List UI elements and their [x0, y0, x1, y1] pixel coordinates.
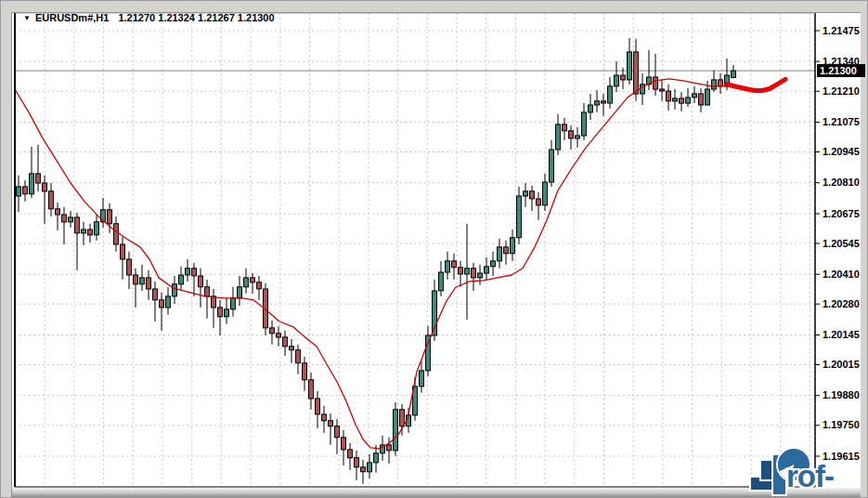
candle	[693, 86, 697, 103]
candle	[88, 224, 93, 242]
candle	[160, 293, 164, 331]
symbol-dropdown-icon[interactable]: ▼	[23, 14, 31, 22]
candle	[699, 88, 704, 112]
candle-body	[719, 80, 723, 86]
candle-body	[296, 350, 301, 363]
candle-body	[316, 399, 320, 414]
candle	[140, 265, 145, 291]
candle	[576, 127, 580, 148]
candle-body	[582, 112, 587, 136]
candle-body	[283, 337, 288, 347]
candle-body	[62, 215, 67, 222]
candle-body	[446, 261, 450, 272]
candle	[550, 140, 554, 187]
candle-body	[569, 131, 574, 138]
candle-body	[712, 80, 717, 89]
candle-body	[329, 421, 333, 426]
candle	[231, 287, 236, 317]
candle-body	[680, 98, 684, 103]
candle	[374, 445, 379, 473]
candle	[238, 276, 242, 306]
candle	[101, 198, 106, 228]
candle	[355, 451, 359, 480]
candle-body	[459, 268, 463, 274]
candle-body	[667, 91, 671, 101]
symbol-label: EURUSDm#,H1	[35, 12, 109, 23]
candle	[348, 443, 353, 470]
candle-body	[472, 269, 476, 278]
candle-body	[49, 191, 54, 209]
candle-body	[621, 75, 626, 80]
candle	[316, 391, 320, 428]
candle-body	[322, 414, 327, 421]
candle-body	[153, 289, 158, 300]
candle	[225, 298, 229, 324]
candle-body	[400, 410, 405, 426]
candle-body	[563, 124, 567, 131]
candle-body	[82, 229, 86, 233]
candle-body	[498, 247, 502, 261]
candle-body	[693, 94, 697, 98]
candle	[589, 94, 593, 120]
candle-body	[270, 328, 275, 334]
candle	[556, 114, 561, 155]
chart-header: ▼EURUSDm#,H11.21270 1.21324 1.21267 1.21…	[23, 12, 275, 23]
candle	[82, 222, 86, 245]
candle-body	[140, 278, 145, 284]
candle-body	[699, 94, 704, 105]
candle	[192, 263, 197, 296]
candle	[335, 419, 340, 454]
candle-body	[218, 308, 223, 317]
candle-body	[524, 191, 528, 196]
candle-body	[199, 276, 203, 287]
candle-body	[23, 187, 28, 194]
candle-body	[108, 210, 112, 224]
logo-text: rof-FX	[786, 459, 868, 498]
candle	[368, 454, 372, 478]
candle	[628, 38, 632, 85]
candle-body	[615, 75, 619, 86]
candle	[719, 73, 723, 94]
candle	[706, 81, 710, 105]
candle	[485, 257, 489, 280]
candle	[108, 203, 112, 233]
candle	[30, 147, 34, 198]
candle-body	[491, 261, 496, 267]
candle-body	[335, 426, 340, 438]
candle	[173, 276, 177, 304]
candle-body	[205, 287, 210, 296]
candle	[257, 276, 262, 300]
candle	[426, 326, 431, 376]
candle	[608, 77, 613, 109]
candle	[43, 176, 47, 224]
candle	[569, 125, 574, 150]
candle	[244, 269, 249, 294]
candle	[166, 287, 171, 315]
candle	[290, 339, 294, 363]
candle	[478, 265, 483, 285]
candle	[394, 402, 398, 456]
candle-body	[732, 71, 736, 77]
candle	[563, 118, 567, 140]
candle-body	[420, 371, 424, 387]
candle-body	[465, 269, 470, 274]
candle-body	[589, 105, 593, 112]
candle-body	[485, 267, 489, 273]
candle	[504, 241, 509, 265]
candle	[530, 186, 535, 211]
candle	[446, 252, 450, 280]
candle-body	[634, 52, 639, 94]
candle	[186, 259, 190, 282]
candle-body	[277, 334, 281, 337]
price-chart-canvas[interactable]	[1, 1, 868, 498]
candle-body	[238, 287, 242, 298]
candle	[49, 183, 54, 216]
candle-body	[537, 199, 541, 205]
candle-body	[251, 278, 255, 282]
candle	[303, 357, 307, 391]
candle	[75, 213, 80, 270]
candle-body	[439, 272, 444, 291]
candle	[654, 54, 658, 96]
candle	[732, 65, 736, 78]
candle-body	[504, 247, 509, 254]
